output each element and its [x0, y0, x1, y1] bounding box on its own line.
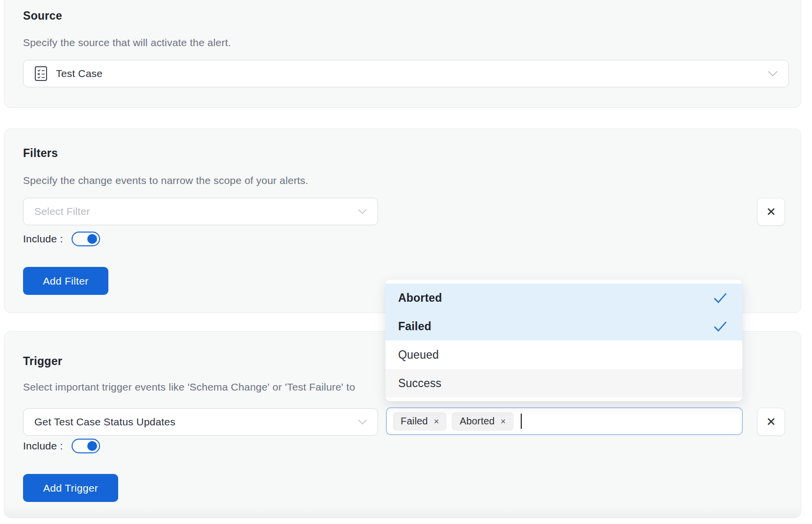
trigger-include-row: Include : [23, 439, 100, 453]
tag-label: Aborted [459, 416, 494, 427]
selected-event-tag: Failed × [393, 412, 447, 431]
selected-event-tag: Aborted × [452, 412, 513, 431]
test-case-document-icon [34, 66, 48, 81]
source-section-card: Source Specify the source that will acti… [4, 0, 801, 108]
dropdown-option-queued[interactable]: Queued [385, 341, 742, 369]
status-options-dropdown: Aborted Failed Queued Success [385, 280, 742, 401]
toggle-knob [87, 441, 97, 451]
toggle-knob [87, 234, 97, 244]
source-select[interactable]: Test Case [23, 60, 789, 87]
remove-tag-icon[interactable]: × [501, 417, 506, 426]
bottom-scroll-shadow [4, 506, 801, 518]
include-label: Include : [23, 233, 63, 245]
filters-include-toggle[interactable] [72, 232, 100, 246]
filter-select[interactable]: Select Filter [23, 198, 378, 225]
option-label: Success [398, 377, 441, 390]
add-trigger-label: Add Trigger [43, 482, 98, 494]
filters-include-row: Include : [23, 232, 100, 246]
chevron-down-icon [358, 209, 367, 214]
option-label: Aborted [398, 291, 442, 305]
close-icon: ✕ [766, 415, 776, 429]
dropdown-option-failed[interactable]: Failed [385, 312, 742, 341]
source-select-value: Test Case [56, 68, 102, 79]
remove-tag-icon[interactable]: × [434, 417, 439, 426]
trigger-events-multiselect-input[interactable]: Failed × Aborted × [386, 407, 743, 435]
trigger-select-value: Get Test Case Status Updates [34, 416, 176, 428]
tag-label: Failed [401, 416, 428, 427]
dropdown-option-success[interactable]: Success [385, 369, 742, 397]
trigger-include-toggle[interactable] [72, 439, 100, 453]
source-description: Specify the source that will activate th… [23, 37, 231, 49]
close-icon: ✕ [766, 205, 776, 219]
chevron-down-icon [358, 419, 367, 424]
source-title: Source [23, 9, 62, 23]
option-label: Failed [398, 320, 431, 333]
remove-trigger-row-button[interactable]: ✕ [757, 408, 785, 436]
check-icon [713, 292, 728, 304]
trigger-description: Select important trigger events like 'Sc… [23, 381, 355, 393]
text-cursor [521, 414, 522, 429]
add-filter-button[interactable]: Add Filter [23, 267, 108, 295]
trigger-title: Trigger [23, 355, 62, 368]
chevron-down-icon [768, 71, 778, 77]
dropdown-option-aborted[interactable]: Aborted [385, 284, 742, 312]
filter-select-placeholder: Select Filter [34, 206, 90, 217]
include-label: Include : [23, 440, 63, 452]
filters-title: Filters [23, 147, 58, 160]
add-trigger-button[interactable]: Add Trigger [23, 474, 118, 502]
option-label: Queued [398, 348, 439, 362]
filters-description: Specify the change events to narrow the … [23, 175, 308, 186]
remove-filter-row-button[interactable]: ✕ [757, 198, 785, 226]
check-icon [713, 320, 728, 332]
trigger-select[interactable]: Get Test Case Status Updates [23, 408, 378, 436]
add-filter-label: Add Filter [43, 275, 89, 287]
